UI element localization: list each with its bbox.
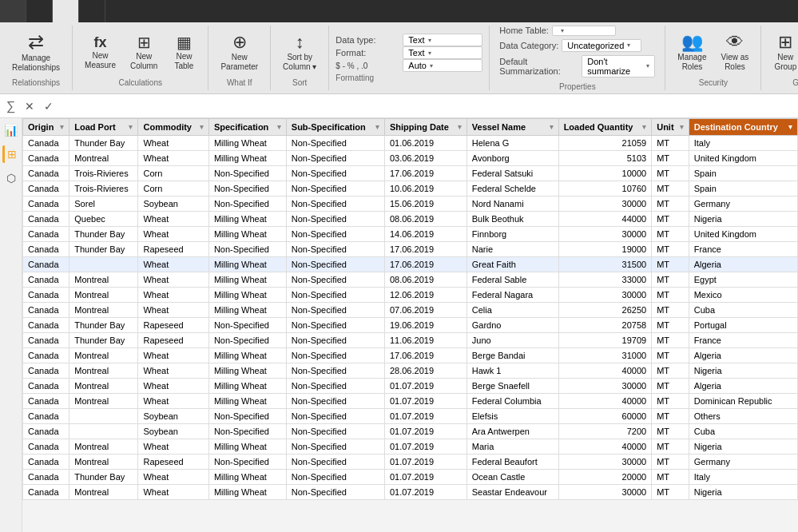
chart-sidebar-icon[interactable]: 📊 bbox=[2, 121, 20, 139]
format-value[interactable]: Text ▾ bbox=[403, 46, 482, 59]
data-type-value[interactable]: Text ▾ bbox=[403, 34, 482, 46]
table-row[interactable]: CanadaMontrealWheatMilling WheatNon-Spec… bbox=[23, 303, 798, 318]
table-cell: Non-Specified bbox=[286, 333, 384, 348]
table-row[interactable]: CanadaMontrealWheatMilling WheatNon-Spec… bbox=[23, 151, 798, 166]
table-row[interactable]: CanadaSoybeanNon-SpecifiedNon-Specified0… bbox=[23, 409, 798, 424]
dest-country-filter-icon[interactable]: ▾ bbox=[788, 123, 792, 131]
table-cell: Canada bbox=[23, 455, 69, 470]
table-row[interactable]: CanadaThunder BayWheatMilling WheatNon-S… bbox=[23, 136, 798, 151]
table-cell: Germany bbox=[689, 197, 797, 212]
table-header-row: Origin ▾ Load Port ▾ Com bbox=[23, 119, 798, 136]
table-row[interactable]: CanadaMontrealWheatMilling WheatNon-Spec… bbox=[23, 485, 798, 500]
commodity-filter-icon[interactable]: ▾ bbox=[200, 123, 204, 131]
new-table-button[interactable]: ▦ NewTable bbox=[166, 30, 201, 76]
model-sidebar-icon[interactable]: ⬡ bbox=[2, 169, 20, 187]
table-cell: Non-Specified bbox=[208, 333, 286, 348]
table-cell: MT bbox=[652, 136, 689, 151]
summarization-text: Don't summarize bbox=[587, 57, 643, 76]
col-loaded-quantity[interactable]: Loaded Quantity ▾ bbox=[558, 119, 652, 136]
left-sidebar: 📊 ⊞ ⬡ bbox=[0, 118, 22, 532]
table-row[interactable]: CanadaMontrealWheatMilling WheatNon-Spec… bbox=[23, 272, 798, 288]
formula-input[interactable] bbox=[63, 99, 792, 113]
data-category-value[interactable]: Uncategorized ▾ bbox=[562, 39, 641, 52]
table-cell: Milling Wheat bbox=[208, 485, 286, 500]
table-cell: Non-Specified bbox=[286, 257, 384, 272]
col-sub-specification[interactable]: Sub-Specification ▾ bbox=[286, 119, 384, 136]
col-commodity[interactable]: Commodity ▾ bbox=[138, 119, 208, 136]
table-row[interactable]: CanadaQuebecWheatMilling WheatNon-Specif… bbox=[23, 212, 798, 227]
table-cell: 19000 bbox=[558, 242, 652, 257]
view-as-roles-button[interactable]: 👁 View asRoles bbox=[716, 30, 755, 76]
table-row[interactable]: CanadaThunder BayWheatMilling WheatNon-S… bbox=[23, 470, 798, 485]
col-specification[interactable]: Specification ▾ bbox=[208, 119, 286, 136]
new-group-button[interactable]: ⊞ NewGroup bbox=[768, 30, 798, 76]
table-cell: Thunder Bay bbox=[69, 242, 138, 257]
loaded-qty-filter-icon[interactable]: ▾ bbox=[642, 123, 646, 131]
table-cell: France bbox=[689, 333, 797, 348]
table-cell: Spain bbox=[689, 166, 797, 181]
specification-filter-icon[interactable]: ▾ bbox=[277, 123, 281, 131]
manage-relationships-button[interactable]: ⇄ ManageRelationships bbox=[6, 30, 66, 76]
new-parameter-button[interactable]: ⊕ NewParameter bbox=[215, 30, 264, 76]
number-format-value[interactable]: Auto ▾ bbox=[403, 59, 482, 72]
table-row[interactable]: CanadaThunder BayRapeseedNon-SpecifiedNo… bbox=[23, 242, 798, 257]
tab-file[interactable] bbox=[0, 0, 26, 22]
tab-help[interactable] bbox=[79, 0, 105, 22]
table-row[interactable]: CanadaSorelSoybeanNon-SpecifiedNon-Speci… bbox=[23, 197, 798, 212]
col-vessel-name[interactable]: Vessel Name ▾ bbox=[466, 119, 558, 136]
new-column-button[interactable]: ⊞ NewColumn bbox=[125, 30, 163, 76]
sort-by-column-button[interactable]: ↕ Sort byColumn ▾ bbox=[277, 30, 322, 76]
col-origin[interactable]: Origin ▾ bbox=[23, 119, 69, 136]
shipping-date-filter-icon[interactable]: ▾ bbox=[458, 123, 462, 131]
table-cell: Soybean bbox=[138, 424, 208, 439]
tab-home[interactable] bbox=[26, 0, 53, 22]
table-cell: 44000 bbox=[558, 212, 652, 227]
table-cell: Canada bbox=[23, 136, 69, 151]
tab-modeling[interactable] bbox=[53, 0, 79, 22]
summarization-value[interactable]: Don't summarize ▾ bbox=[582, 55, 655, 77]
table-sidebar-icon[interactable]: ⊞ bbox=[2, 145, 20, 163]
security-buttons: 👥 ManageRoles 👁 View asRoles bbox=[672, 29, 754, 77]
table-cell: Non-Specified bbox=[208, 166, 286, 181]
col-load-port[interactable]: Load Port ▾ bbox=[69, 119, 138, 136]
sub-spec-filter-icon[interactable]: ▾ bbox=[375, 123, 379, 131]
origin-filter-icon[interactable]: ▾ bbox=[60, 123, 64, 131]
vessel-name-filter-icon[interactable]: ▾ bbox=[550, 123, 554, 131]
table-cell: Milling Wheat bbox=[208, 227, 286, 242]
table-row[interactable]: CanadaMontrealWheatMilling WheatNon-Spec… bbox=[23, 288, 798, 303]
table-row[interactable]: CanadaThunder BayRapeseedNon-SpecifiedNo… bbox=[23, 318, 798, 333]
table-row[interactable]: CanadaMontrealRapeseedNon-SpecifiedNon-S… bbox=[23, 455, 798, 470]
new-measure-button[interactable]: fx NewMeasure bbox=[79, 30, 121, 76]
manage-roles-button[interactable]: 👥 ManageRoles bbox=[672, 30, 712, 76]
table-row[interactable]: CanadaTrois-RivieresCornNon-SpecifiedNon… bbox=[23, 181, 798, 197]
table-row[interactable]: CanadaMontrealWheatMilling WheatNon-Spec… bbox=[23, 363, 798, 379]
table-cell: Canada bbox=[23, 363, 69, 379]
table-cell: Nigeria bbox=[689, 212, 797, 227]
new-table-label: NewTable bbox=[174, 52, 193, 71]
col-unit[interactable]: Unit ▾ bbox=[652, 119, 689, 136]
table-row[interactable]: CanadaTrois-RivieresCornNon-SpecifiedNon… bbox=[23, 166, 798, 181]
col-destination-country[interactable]: Destination Country ▾ bbox=[689, 119, 797, 136]
formula-bar: ∑ ✕ ✓ bbox=[0, 94, 798, 118]
load-port-filter-icon[interactable]: ▾ bbox=[129, 123, 133, 131]
table-row[interactable]: CanadaThunder BayWheatMilling WheatNon-S… bbox=[23, 227, 798, 242]
unit-filter-icon[interactable]: ▾ bbox=[680, 123, 684, 131]
table-row[interactable]: CanadaWheatMilling WheatNon-Specified17.… bbox=[23, 257, 798, 272]
table-row[interactable]: CanadaMontrealWheatMilling WheatNon-Spec… bbox=[23, 394, 798, 409]
table-cell: MT bbox=[652, 197, 689, 212]
table-cell: MT bbox=[652, 379, 689, 394]
table-row[interactable]: CanadaMontrealWheatMilling WheatNon-Spec… bbox=[23, 348, 798, 363]
table-row[interactable]: CanadaSoybeanNon-SpecifiedNon-Specified0… bbox=[23, 424, 798, 439]
home-table-value[interactable]: ▾ bbox=[552, 26, 616, 36]
col-shipping-date-label: Shipping Date bbox=[390, 122, 449, 132]
table-cell: Canada bbox=[23, 151, 69, 166]
ribbon-group-relationships: ⇄ ManageRelationships Relationships bbox=[0, 26, 73, 90]
table-row[interactable]: CanadaMontrealWheatMilling WheatNon-Spec… bbox=[23, 439, 798, 455]
col-shipping-date[interactable]: Shipping Date ▾ bbox=[384, 119, 466, 136]
table-row[interactable]: CanadaThunder BayRapeseedNon-SpecifiedNo… bbox=[23, 333, 798, 348]
table-cell: Wheat bbox=[138, 151, 208, 166]
formula-confirm-button[interactable]: ✓ bbox=[41, 98, 57, 114]
table-row[interactable]: CanadaMontrealWheatMilling WheatNon-Spec… bbox=[23, 379, 798, 394]
formula-cancel-button[interactable]: ✕ bbox=[22, 98, 38, 114]
col-commodity-label: Commodity bbox=[143, 122, 192, 132]
